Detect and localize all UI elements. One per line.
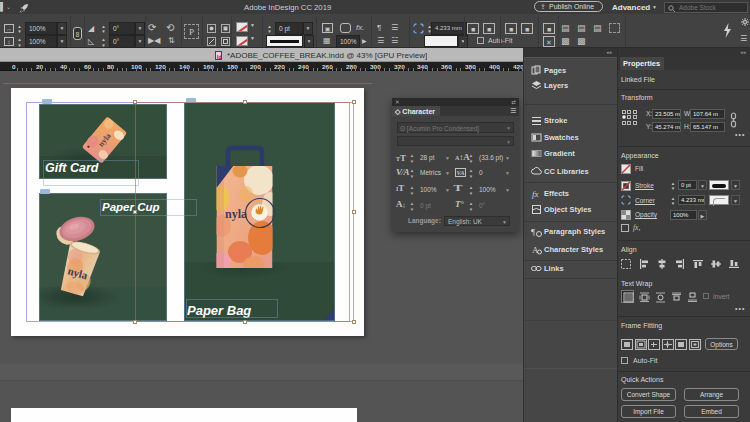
svg-text:fx: fx [532, 189, 539, 199]
svg-text:¶: ¶ [531, 227, 535, 237]
